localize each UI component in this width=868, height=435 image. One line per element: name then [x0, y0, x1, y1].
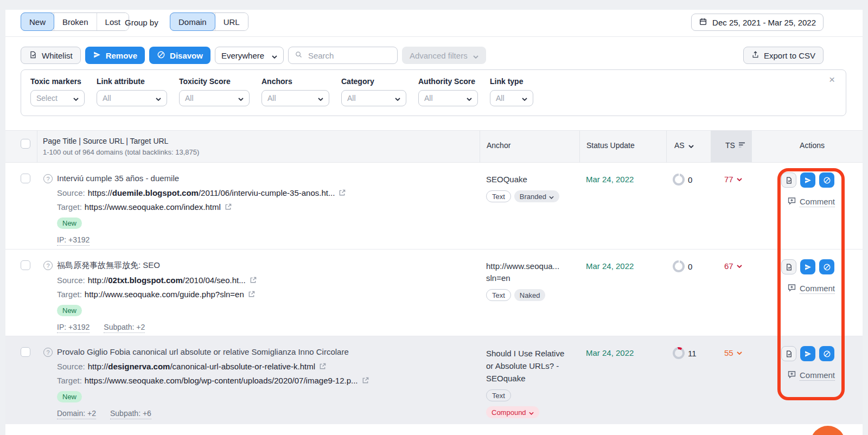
external-link-icon[interactable] [250, 277, 257, 284]
external-link-icon[interactable] [225, 203, 232, 210]
toxicity-score-dropdown[interactable]: 55 [724, 348, 742, 357]
filter-toxicity-score: Toxicity Score All [179, 77, 250, 116]
disavow-row-button[interactable] [819, 172, 834, 188]
toxicity-score-dropdown[interactable]: 77 [724, 175, 742, 184]
whitelist-button[interactable]: Whitelist [21, 47, 81, 64]
anchor-cell: http://www.seoqua... sln=en Text Naked [480, 250, 579, 336]
row-checkbox-cell [5, 163, 37, 249]
comment-link[interactable]: Comment [787, 370, 835, 381]
header-anchor-cell: Anchor [480, 131, 579, 162]
row-main-cell: ? 福島原発事故無罪放免: SEO Source: http://02txt.b… [37, 250, 480, 336]
status-date: Mar 24, 2022 [586, 261, 634, 271]
ip-link[interactable]: IP: +3192 [57, 235, 90, 246]
anchors-select[interactable]: All [261, 90, 329, 106]
tab-domain[interactable]: Domain [170, 12, 215, 31]
anchor-category-label: Branded [520, 193, 546, 201]
anchor-text: sln=en [486, 272, 573, 284]
link-type-select[interactable]: All [490, 90, 533, 106]
advanced-filters-button[interactable]: Advanced filters [402, 47, 486, 64]
disavow-row-button[interactable] [819, 259, 834, 274]
comment-label: Comment [800, 197, 835, 207]
export-to-csv-button[interactable]: Export to CSV [743, 47, 824, 64]
target-label: Target: [57, 202, 82, 212]
external-link-icon[interactable] [248, 291, 255, 298]
row-checkbox-cell [5, 336, 37, 424]
comment-link[interactable]: Comment [787, 196, 835, 207]
anchor-category-tag: Naked [514, 289, 546, 301]
filter-value: All [185, 94, 194, 103]
page-title-line: ? 福島原発事故無罪放免: SEO [43, 260, 480, 271]
disavow-button[interactable]: Disavow [149, 47, 210, 64]
row-checkbox[interactable] [21, 260, 30, 270]
source-label: Source: [57, 188, 85, 197]
remove-label: Remove [106, 51, 137, 60]
source-url-line: Source: http://designerva.com/canonical-… [57, 362, 480, 371]
chevron-down-icon [473, 51, 478, 60]
disavow-row-button[interactable] [819, 346, 834, 361]
calendar-icon [699, 17, 707, 28]
external-link-icon[interactable] [319, 363, 326, 370]
source-label: Source: [57, 276, 85, 285]
filter-label: Category [341, 77, 406, 86]
whitelist-row-button[interactable] [781, 346, 796, 361]
comment-label: Comment [800, 370, 835, 381]
sort-descending-icon [739, 141, 746, 150]
group-by-label: Group by [125, 18, 158, 27]
category-select[interactable]: All [341, 90, 406, 106]
header-ts-cell: TS [711, 131, 751, 162]
filter-link-type: Link type All [490, 77, 533, 116]
page-title: 福島原発事故無罪放免: SEO [57, 260, 160, 271]
filter-value: Select [36, 94, 58, 103]
anchor-category-tag[interactable]: Branded [514, 190, 559, 202]
whitelist-row-button[interactable] [781, 172, 796, 188]
source-url-line: Source: https://duemile.blogspot.com/201… [57, 188, 480, 197]
external-link-icon[interactable] [339, 189, 346, 196]
subpath-link[interactable]: Subpath: +2 [104, 323, 145, 333]
status-badge: New [57, 218, 82, 229]
comment-link[interactable]: Comment [787, 283, 835, 294]
remove-row-button[interactable] [800, 172, 815, 188]
row-checkbox[interactable] [21, 174, 30, 183]
remove-row-button[interactable] [800, 259, 815, 274]
anchor-category-tag[interactable]: Compound [486, 406, 539, 418]
filter-label: Toxicity Score [179, 77, 250, 86]
column-ts-sort[interactable]: TS [711, 141, 751, 150]
date-range-picker[interactable]: Dec 25, 2021 - Mar 25, 2022 [691, 14, 824, 31]
filter-panel: Toxic markers Select Link attribute All … [21, 69, 846, 116]
row-checkbox[interactable] [21, 347, 30, 357]
tab-url[interactable]: URL [215, 13, 248, 30]
remove-row-button[interactable] [800, 346, 815, 361]
page-title: Interviú cumple 35 años - duemile [57, 174, 179, 183]
domain-link[interactable]: Domain: +2 [57, 409, 96, 419]
search-scope-select[interactable]: Everywhere [215, 47, 284, 64]
chevron-down-icon [272, 51, 277, 60]
header-as-cell: AS [666, 131, 711, 162]
tab-lost[interactable]: Lost [97, 13, 129, 30]
search-input[interactable] [307, 50, 388, 61]
header-checkbox-cell [5, 131, 37, 162]
backlink-audit-panel: New Broken Lost Group by Domain URL Dec … [5, 10, 863, 435]
remove-button[interactable]: Remove [85, 47, 145, 64]
target-url: https://www.seoquake.com/blog/wp-content… [85, 376, 358, 385]
authority-score-donut [673, 260, 685, 272]
subpath-link[interactable]: Subpath: +6 [110, 409, 151, 419]
close-icon[interactable]: × [829, 74, 835, 85]
tab-new[interactable]: New [21, 12, 54, 31]
page-title-line: ? Interviú cumple 35 años - duemile [43, 174, 480, 183]
toxicity-score-value: 55 [724, 348, 733, 357]
external-link-icon[interactable] [362, 377, 369, 384]
tab-broken[interactable]: Broken [54, 13, 97, 30]
anchor-type-tag: Text [486, 389, 511, 401]
whitelist-row-button[interactable] [781, 259, 796, 274]
toxicity-score-dropdown[interactable]: 67 [724, 261, 742, 271]
toxicity-score-select[interactable]: All [179, 90, 250, 106]
select-all-checkbox[interactable] [21, 139, 30, 149]
ip-link[interactable]: IP: +3192 [57, 323, 90, 333]
anchor-text: SEOQuake [486, 174, 573, 185]
row-main-cell: ? Provalo Giglio Fobia canonical url abs… [37, 336, 480, 424]
column-as-sort[interactable]: AS [667, 141, 711, 150]
target-url: http://www.seoquake.com/guide.php?sln=en [85, 290, 244, 299]
authority-score-select[interactable]: All [418, 90, 478, 106]
link-attribute-select[interactable]: All [97, 90, 167, 106]
toxic-markers-select[interactable]: Select [30, 90, 85, 106]
